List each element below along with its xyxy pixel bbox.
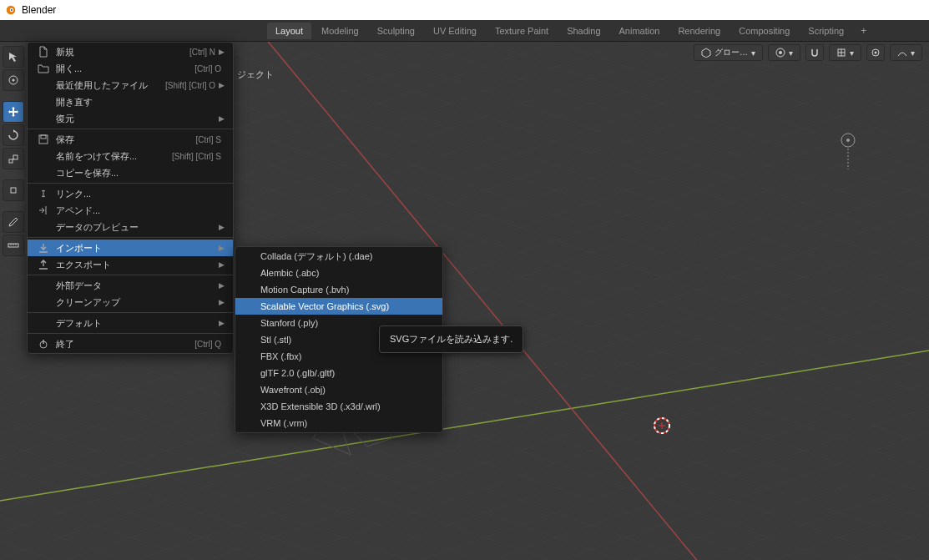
menu-item-label: 外部データ	[56, 280, 219, 292]
menu-item-label: リンク...	[56, 188, 225, 200]
file-menu-item[interactable]: 名前をつけて保存...[Shift] [Ctrl] S	[28, 148, 233, 164]
left-toolbar	[3, 46, 24, 258]
file-menu-item[interactable]: 終了[Ctrl] Q	[28, 335, 233, 352]
import-format-item[interactable]: Wavefront (.obj)	[235, 381, 442, 398]
menu-item-label: コピーを保存...	[56, 167, 225, 179]
orientation-dropdown[interactable]: グロー… ▾	[694, 44, 763, 61]
chevron-down-icon: ▾	[751, 48, 755, 58]
submenu-arrow-icon: ▶	[219, 281, 225, 290]
app-title: Blender	[22, 4, 56, 16]
file-menu-dropdown: 新規[Ctrl] N▶開く...[Ctrl] O最近使用したファイル[Shift…	[27, 42, 234, 354]
file-menu-item[interactable]: 開く...[Ctrl] O	[28, 60, 233, 77]
snap-dropdown[interactable]: ▾	[829, 44, 861, 61]
file-menu-item[interactable]: エクスポート▶	[28, 256, 233, 273]
menu-item-label: 新規	[56, 46, 189, 58]
tool-transform[interactable]	[3, 179, 24, 201]
import-format-item[interactable]: Scalable Vector Graphics (.svg)	[235, 298, 442, 315]
file-menu-item[interactable]: デフォルト▶	[28, 315, 233, 331]
submenu-arrow-icon: ▶	[219, 298, 225, 306]
import-format-item[interactable]: Alembic (.abc)	[235, 265, 442, 281]
file-menu-item[interactable]: インポート▶	[28, 240, 233, 256]
tool-cursor[interactable]	[3, 69, 24, 91]
ws-tab-sculpting[interactable]: Sculpting	[369, 23, 423, 39]
menu-item-label: アペンド...	[56, 204, 225, 217]
title-bar: Blender	[0, 0, 929, 20]
blank-icon	[36, 78, 51, 92]
file-menu-item[interactable]: 開き直す	[28, 93, 233, 110]
svg-point-34	[875, 52, 877, 54]
menu-item-label: 開く...	[56, 63, 194, 75]
menu-shortcut: [Ctrl] S	[195, 135, 221, 144]
ws-tab-texturepaint[interactable]: Texture Paint	[487, 23, 557, 39]
svg-rect-23	[11, 188, 16, 193]
menu-separator	[28, 237, 233, 238]
file-menu-item[interactable]: 復元▶	[28, 110, 233, 127]
menu-item-label: デフォルト	[56, 317, 219, 330]
menu-item-label: 名前をつけて保存...	[56, 150, 172, 163]
import-format-item[interactable]: X3D Extensible 3D (.x3d/.wrl)	[235, 398, 442, 415]
blank-icon	[36, 220, 51, 234]
ws-tab-uvediting[interactable]: UV Editing	[425, 23, 485, 39]
menu-item-label: 開き直す	[56, 96, 225, 108]
blank-icon	[36, 295, 51, 309]
menu-shortcut: [Shift] [Ctrl] S	[172, 152, 221, 161]
submenu-arrow-icon: ▶	[219, 48, 225, 56]
ws-tab-shading[interactable]: Shading	[558, 23, 608, 39]
import-format-item[interactable]: glTF 2.0 (.glb/.gltf)	[235, 365, 442, 381]
chevron-down-icon: ▾	[911, 48, 915, 58]
file-menu-item[interactable]: リンク...	[28, 185, 233, 202]
file-menu-item[interactable]: アペンド...	[28, 202, 233, 219]
blank-icon	[36, 112, 51, 125]
tool-annotate[interactable]	[3, 211, 24, 233]
tool-measure[interactable]	[3, 235, 24, 256]
ws-tab-animation[interactable]: Animation	[611, 23, 669, 39]
submenu-arrow-icon: ▶	[219, 244, 225, 252]
disk-icon	[36, 133, 51, 146]
svg-rect-36	[41, 135, 46, 139]
blank-icon	[36, 149, 51, 163]
import-format-item[interactable]: VRM (.vrm)	[235, 415, 442, 431]
tool-select[interactable]	[3, 46, 24, 68]
menu-shortcut: [Ctrl] Q	[194, 340, 221, 349]
tooltip: SVGファイルを読み込みます.	[379, 325, 523, 353]
snap-toggle[interactable]	[805, 44, 824, 61]
propedit-toggle[interactable]	[866, 44, 885, 61]
svg-point-19	[13, 79, 15, 82]
ws-tab-scripting[interactable]: Scripting	[800, 23, 852, 39]
viewport-header-label: ジェクト	[237, 68, 274, 81]
menu-item-label: インポート	[56, 242, 219, 255]
link-icon	[36, 187, 51, 200]
menu-item-label: クリーンアップ	[56, 296, 219, 309]
chevron-down-icon: ▾	[850, 48, 854, 58]
ws-add-button[interactable]: +	[854, 22, 873, 40]
tool-scale[interactable]	[3, 148, 24, 169]
blank-icon	[36, 279, 51, 292]
tool-move[interactable]	[3, 101, 24, 123]
blank-icon	[36, 316, 51, 330]
menu-item-label: 終了	[56, 338, 194, 351]
ws-tab-compositing[interactable]: Compositing	[730, 23, 798, 39]
file-menu-item[interactable]: 最近使用したファイル[Shift] [Ctrl] O▶	[28, 77, 233, 93]
blender-logo-icon	[5, 4, 17, 16]
svg-point-2	[11, 9, 13, 11]
file-menu-item[interactable]: コピーを保存...	[28, 164, 233, 181]
tool-rotate[interactable]	[3, 124, 24, 146]
svg-point-16	[846, 139, 850, 142]
menu-separator	[28, 333, 233, 334]
tooltip-text: SVGファイルを読み込みます.	[390, 334, 512, 344]
propedit-dropdown[interactable]: ▾	[890, 44, 922, 61]
folder-icon	[36, 62, 51, 75]
file-menu-item[interactable]: データのプレビュー▶	[28, 219, 233, 235]
menu-shortcut: [Ctrl] N	[189, 48, 215, 57]
ws-tab-rendering[interactable]: Rendering	[669, 23, 729, 39]
pivot-dropdown[interactable]: ▾	[768, 44, 800, 61]
file-menu-item[interactable]: 新規[Ctrl] N▶	[28, 43, 233, 60]
ws-tab-layout[interactable]: Layout	[267, 23, 311, 39]
file-menu-item[interactable]: 保存[Ctrl] S	[28, 131, 233, 148]
import-format-item[interactable]: Collada (デフォルト) (.dae)	[235, 248, 442, 265]
orientation-label: グロー…	[714, 47, 748, 58]
import-format-item[interactable]: Motion Capture (.bvh)	[235, 281, 442, 298]
file-menu-item[interactable]: クリーンアップ▶	[28, 294, 233, 310]
file-menu-item[interactable]: 外部データ▶	[28, 277, 233, 294]
ws-tab-modeling[interactable]: Modeling	[313, 23, 367, 39]
